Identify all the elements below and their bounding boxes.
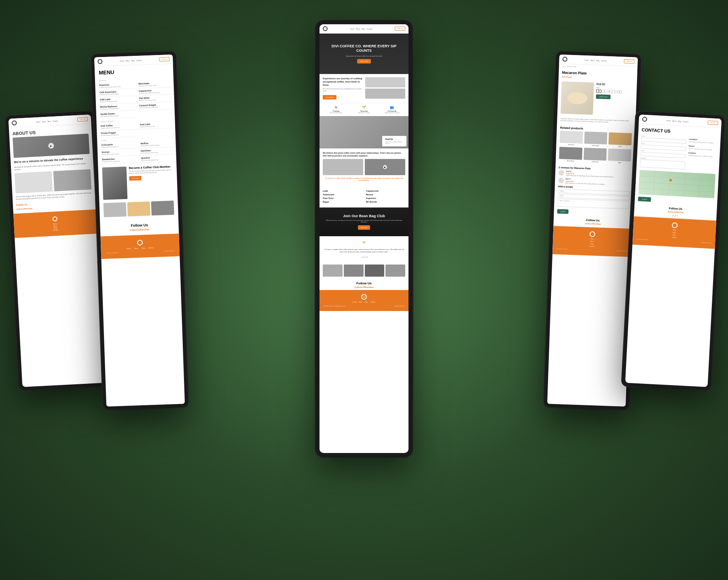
main-footer-email: info@divicoffee.com [394, 305, 405, 307]
review-message-input[interactable] [557, 198, 630, 209]
contact-nav-links: Home Menu Blog Contact [666, 119, 688, 123]
cf-email: info@divicoffee.com [701, 242, 712, 244]
mf-blog[interactable]: Blog [365, 301, 368, 303]
menu-list-right: Cappuccino Mocha Espresso BF Burrito [366, 190, 405, 204]
related-name-3: Chair [609, 145, 632, 148]
contact-logo [642, 117, 648, 122]
contact-submit-btn[interactable]: Submit [638, 197, 651, 202]
instagram-icon[interactable]: i [677, 214, 678, 217]
reviewer-avatar-2 [558, 177, 564, 183]
drinks-col-right: MacchiatoEspresso with a dash of milk Ca… [134, 80, 175, 118]
main-instagram[interactable]: @divicoffeeshaa [323, 286, 405, 288]
hours-section: Hours Mon-Fri: 7am-8pm Sat-Sun: 8am-9pm [688, 145, 717, 152]
hero-order-btn[interactable]: Order Now [357, 59, 370, 64]
cn-blog[interactable]: Blog [678, 120, 681, 122]
cn-contact[interactable]: Contact [683, 120, 688, 123]
product-order-btn[interactable]: Order Us [624, 59, 635, 64]
cold-col-right: Iced LatteEspresso with cold milk [136, 121, 176, 137]
about-video[interactable]: ▶ [13, 133, 89, 158]
mf-menu[interactable]: Menu [359, 301, 363, 303]
nav-contact[interactable]: Contact [52, 120, 58, 122]
phone-field: Phone [640, 150, 686, 158]
gallery-img-3 [151, 201, 174, 216]
pn-home[interactable]: Home [584, 59, 589, 61]
menu-item-iced-latte: Iced LatteEspresso with cold milk [136, 121, 176, 129]
cn-home[interactable]: Home [666, 119, 671, 122]
main-gallery [320, 262, 408, 279]
pn-contact[interactable]: Contact [601, 59, 607, 61]
nav-menu[interactable]: Menu [42, 120, 46, 123]
nav-blog[interactable]: Blog [47, 120, 51, 122]
related-name-5: Coffee Set [584, 161, 607, 163]
mn-blog[interactable]: Blog [362, 28, 365, 30]
add-to-cart-btn[interactable]: Add to Cart [596, 94, 611, 99]
related-item-2[interactable]: Book Stack [584, 131, 607, 147]
related-name-4: Brown Bag [559, 159, 582, 162]
contact-info-text: info@divicoffee.com +1 (555) 123-4567 [688, 155, 716, 158]
m-nav-contact[interactable]: Contact [136, 59, 142, 61]
m-nav-blog[interactable]: Blog [131, 59, 135, 61]
partner-play-btn[interactable]: ▶ [383, 165, 387, 169]
main-nav: Home Menu Blog Contact Order Us [320, 24, 408, 34]
sourcing-icon: 🌱 [351, 106, 377, 109]
location-section: Location 123 Coffee Lane, Brewtown, CA 9… [689, 138, 717, 145]
experience-learn-btn[interactable]: Learn More [323, 95, 336, 99]
food-row: CroissantsButtery flaky French pastry Sc… [97, 140, 176, 165]
club-join-btn[interactable]: Join Now [129, 176, 142, 181]
pn-blog[interactable]: Blog [596, 59, 599, 61]
play-button[interactable]: ▶ [48, 143, 54, 149]
drinks-col-left: EspressoA strong concentrated coffee sho… [95, 81, 135, 119]
m-nav-home[interactable]: Home [120, 60, 124, 62]
main-footer: ● Home Menu Blog Contact © 2024 Divi Cof… [320, 290, 408, 311]
icons-section: ☕ Trusting We build relationships 🌱 Sour… [320, 103, 408, 116]
mn-contact[interactable]: Contact [366, 28, 372, 30]
mn-menu[interactable]: Menu [356, 28, 360, 30]
related-item-3[interactable]: Chair [609, 132, 632, 148]
mf-link-1[interactable]: Home [127, 248, 131, 250]
mf-home[interactable]: Home [353, 301, 356, 303]
m-nav-menu[interactable]: Menu [126, 59, 130, 61]
menu-order-btn[interactable]: Order Us [159, 57, 170, 61]
svg-line-4 [639, 176, 715, 180]
mf-contact[interactable]: Contact [370, 301, 375, 303]
map-area [638, 170, 715, 198]
partner-link[interactable]: To source our coffee beans locally, we s… [323, 177, 405, 181]
contact-order-btn[interactable]: Order Us [707, 121, 718, 125]
bean-bag-section: Join Our Bean Bag Club Wherever you are,… [320, 207, 408, 236]
exp-img-1 [365, 77, 406, 87]
footer-logo [53, 216, 58, 222]
twitter-icon[interactable]: t [675, 214, 676, 217]
related-item-6[interactable]: Mug [608, 148, 631, 164]
cn-menu[interactable]: Menu [672, 120, 676, 122]
partner-section: We believe that great coffee starts with… [320, 148, 408, 186]
pn-menu[interactable]: Menu [590, 59, 595, 61]
add-review-section: Add a review Submit [557, 185, 630, 216]
mf-link-3[interactable]: Blog [142, 247, 145, 249]
mn-home[interactable]: Home [350, 28, 355, 30]
mf-link-4[interactable]: Contact [148, 247, 154, 249]
nav-home[interactable]: Home [36, 121, 40, 123]
menu-list-left: Latte Americano Pour Over Bagel [323, 190, 362, 204]
main-order-btn[interactable]: Order Us [395, 27, 405, 31]
club-text: Become a Coffee Club Member Join our exc… [129, 165, 173, 181]
map-svg [638, 170, 715, 198]
contact-grid: Name Email Phone Message [636, 133, 720, 174]
mf-link-2[interactable]: Menu [134, 247, 138, 249]
size-xl[interactable]: XL [617, 90, 622, 93]
about-order-btn[interactable]: Order Us [77, 117, 88, 122]
contact-info: Location 123 Coffee Lane, Brewtown, CA 9… [687, 138, 717, 173]
facebook-icon[interactable]: f [673, 214, 673, 217]
related-name-1: Nut Plate [559, 144, 582, 146]
related-item-5[interactable]: Coffee Set [584, 148, 607, 163]
size-xs[interactable]: XS [596, 89, 601, 93]
bean-bag-join-btn[interactable]: Join Now [358, 225, 370, 230]
related-item-1[interactable]: Nut Plate [559, 131, 583, 146]
size-s[interactable]: S [602, 90, 607, 93]
partner-img-2: ▶ [365, 159, 405, 175]
main-follow: Follow Us @divicoffeeshaa [320, 279, 408, 290]
related-item-4[interactable]: Brown Bag [559, 147, 582, 162]
size-m[interactable]: M [607, 90, 612, 93]
club-title: Become a Coffee Club Member [129, 165, 172, 169]
submit-review-btn[interactable]: Submit [557, 209, 569, 214]
size-l[interactable]: L [612, 90, 616, 93]
